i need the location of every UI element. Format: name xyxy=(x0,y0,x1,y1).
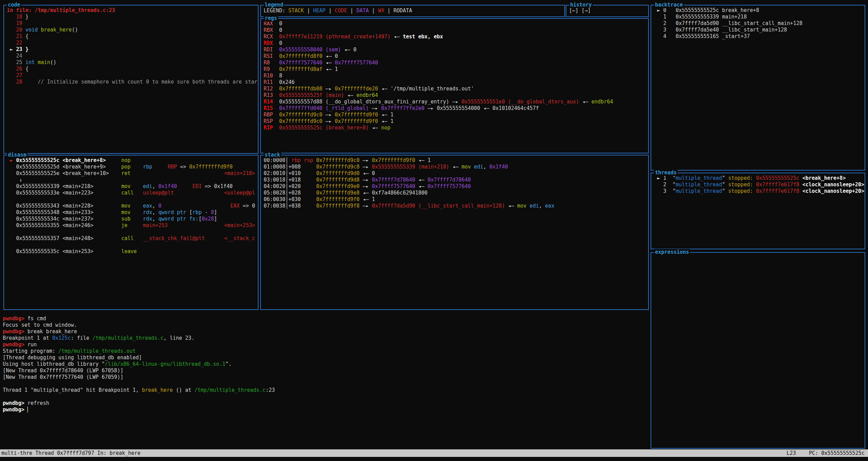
terminal-line: [New Thread 0x7ffff7d78640 (LWP 67058)] xyxy=(3,367,756,374)
gdb-terminal[interactable]: pwndbg> fs cmdFocus set to cmd window.pw… xyxy=(3,315,756,413)
source-line: 26 { xyxy=(7,66,255,72)
backtrace-row: 2 0x7ffff7da5d90 __libc_start_call_main+… xyxy=(654,20,862,27)
disasm-row xyxy=(7,196,255,203)
disasm-row: 0x555555555355 <main+246> je main+253<ma… xyxy=(7,222,255,229)
legend-line-wrap: LEGEND: STACK | HEAP | CODE | DATA | WX … xyxy=(264,8,562,14)
disasm-row xyxy=(7,242,255,248)
register-row: RCX 0x7ffff7e11219 (pthread_create+1497)… xyxy=(264,34,645,40)
disasm-row: 0x555555555348 <main+233> mov rdx, qword… xyxy=(7,209,255,216)
register-row: RBP 0x7fffffffd9c0 —▸ 0x7fffffffd9f0 ◂— … xyxy=(264,112,645,118)
legend-panel: legend LEGEND: STACK | HEAP | CODE | DAT… xyxy=(260,5,565,17)
register-row: R13 0x55555555525f (main) ◂— endbr64 xyxy=(264,92,645,99)
register-row: R8 0x7ffff7577640 ◂— 0x7ffff7577640 xyxy=(264,60,645,66)
terminal-line: pwndbg> break break_here xyxy=(3,328,756,335)
history-panel: history [←] [→] xyxy=(566,5,649,17)
terminal-line: Starting program: /tmp/multiple_threads.… xyxy=(3,348,756,354)
terminal-line: Thread 1 "multiple_thread" hit Breakpoin… xyxy=(3,387,756,394)
code-panel: code In file: /tmp/multiple_threads.c:23… xyxy=(3,5,259,154)
stack-row: 04:0020│+020 0x7fffffffd9e0 —▸ 0x7ffff75… xyxy=(264,183,645,190)
register-row: RDX 0 xyxy=(264,40,645,47)
register-rows: RAX 0RBX 0RCX 0x7ffff7e11219 (pthread_cr… xyxy=(264,21,645,131)
stack-panel-title: stack xyxy=(264,152,281,158)
register-row: RIP 0x55555555525c (break_here+8) ◂— nop xyxy=(264,125,645,131)
threads-panel-title: threads xyxy=(654,170,678,176)
disasm-row: 0x55555555535c <main+253> leave xyxy=(7,248,255,255)
disasm-row: 0x55555555533e <main+223> call usleep@pl… xyxy=(7,190,255,196)
threads-panel: threads ► 1 "multiple_thread" stopped: 0… xyxy=(651,173,865,249)
disasm-row: 0x555555555339 <main+218> mov edi, 0x1f4… xyxy=(7,183,255,190)
code-file-header: In file: /tmp/multiple_threads.c:23 xyxy=(7,7,115,14)
registers-panel-title: regs xyxy=(264,15,278,22)
backtrace-row: 1 0x555555555339 main+218 xyxy=(654,14,862,20)
register-row: R15 0x7ffff7ffd040 (_rtld_global) —▸ 0x7… xyxy=(264,105,645,112)
backtrace-panel: backtrace ► 0 0x55555555525c break_here+… xyxy=(651,5,865,171)
thread-row: 2 "multiple_thread" stopped: 0x7ffff7e61… xyxy=(654,182,862,188)
terminal-line: Breakpoint 1 at 0x125c: file /tmp/multip… xyxy=(3,335,756,341)
terminal-line: pwndbg> refresh xyxy=(3,400,756,407)
source-line: 22 xyxy=(7,40,255,46)
disasm-row: 0x55555555534c <main+237> sub rdx, qword… xyxy=(7,216,255,222)
disasm-row xyxy=(7,229,255,235)
backtrace-row: 4 0x555555555165 _start+37 xyxy=(654,33,862,40)
stack-panel: stack 00:0000│ rbp rsp 0x7fffffffd9c0 —▸… xyxy=(260,155,649,310)
source-line: 20 void break_here() xyxy=(7,27,255,33)
stack-row: 02:0010│+010 0x7fffffffd9d0 ◂— 0 xyxy=(264,170,645,177)
stack-row: 03:0018│+018 0x7fffffffd9d8 —▸ 0x7ffff7d… xyxy=(264,177,645,183)
status-bar: multi-thre Thread 0x7ffff7d797 In: break… xyxy=(0,449,868,457)
disasm-row: 0x55555555525d <break_here+9> pop rbp RB… xyxy=(7,164,255,170)
source-line: 25 int main() xyxy=(7,59,255,66)
expressions-panel-title: expressions xyxy=(654,249,690,256)
stack-row: 05:0028│+028 0x7fffffffd9e8 ◂— 0xf7a4866… xyxy=(264,190,645,196)
disassembly-panel: disasm ► 0x55555555525c <break_here+8> n… xyxy=(3,155,259,310)
terminal-line: [New Thread 0x7ffff7577640 (LWP 67059)] xyxy=(3,374,756,381)
terminal-line: pwndbg> fs cmd xyxy=(3,315,756,322)
terminal-line: Focus set to cmd window. xyxy=(3,322,756,328)
source-line: 21 { xyxy=(7,33,255,40)
stack-row: 07:0038│+038 0x7fffffffd9f8 —▸ 0x7ffff7d… xyxy=(264,203,645,209)
register-row: RAX 0 xyxy=(264,21,645,27)
register-row: R11 0x246 xyxy=(264,79,645,86)
stack-rows: 00:0000│ rbp rsp 0x7fffffffd9c0 —▸ 0x7ff… xyxy=(264,157,645,209)
thread-row: ► 1 "multiple_thread" stopped: 0x5555555… xyxy=(654,175,862,182)
register-row: RSP 0x7fffffffd9c0 —▸ 0x7fffffffd9f0 ◂— … xyxy=(264,118,645,125)
register-row: R10 8 xyxy=(264,73,645,79)
stack-row: 06:0030│+030 0x7fffffffd9f0 ◂— 1 xyxy=(264,196,645,203)
source-line: 18 } xyxy=(7,14,255,20)
history-next-button[interactable]: [→] xyxy=(581,8,591,14)
register-row: R12 0x7fffffffdb08 —▸ 0x7fffffffde20 ◂— … xyxy=(264,86,645,92)
backtrace-row: 3 0x7ffff7da5e40 __libc_start_main+128 xyxy=(654,27,862,33)
disasm-row: 0x555555555343 <main+228> mov eax, 0EAX … xyxy=(7,203,255,209)
status-pc: PC: 0x55555555525c xyxy=(809,450,865,457)
source-line: ► 23 } xyxy=(7,46,255,53)
terminal-line: [Thread debugging using libthread_db ena… xyxy=(3,354,756,361)
backtrace-panel-title: backtrace xyxy=(654,2,684,8)
terminal-line xyxy=(3,381,756,387)
source-line: 19 xyxy=(7,20,255,27)
register-row: R14 0x555555557d88 (__do_global_dtors_au… xyxy=(264,99,645,105)
history-prev-button[interactable]: [←] xyxy=(569,8,578,14)
source-line: 27 xyxy=(7,72,255,79)
backtrace-row: ► 0 0x55555555525c break_here+8 xyxy=(654,7,862,14)
disasm-rows: ► 0x55555555525c <break_here+8> nop 0x55… xyxy=(7,157,255,255)
terminal-lines: pwndbg> fs cmdFocus set to cmd window.pw… xyxy=(3,315,756,413)
terminal-line: pwndbg> run xyxy=(3,341,756,348)
thread-row: 3 "multiple_thread" stopped: 0x7ffff7e61… xyxy=(654,188,862,195)
legend-line: LEGEND: STACK | HEAP | CODE | DATA | WX … xyxy=(264,8,562,14)
history-panel-title: history xyxy=(569,2,593,8)
code-panel-title: code xyxy=(7,2,21,8)
stack-row: 00:0000│ rbp rsp 0x7fffffffd9c0 —▸ 0x7ff… xyxy=(264,157,645,164)
disassembly-panel-title: disasm xyxy=(7,152,27,158)
stack-row: 01:0008│+008 0x7fffffffd9c8 —▸ 0x5555555… xyxy=(264,164,645,170)
registers-panel: regs RAX 0RBX 0RCX 0x7ffff7e11219 (pthre… xyxy=(260,18,649,153)
source-line: 24 xyxy=(7,53,255,59)
terminal-line: Using host libthread_db library "/lib/x8… xyxy=(3,361,756,367)
terminal-line: pwndbg> ▏ xyxy=(3,407,756,413)
register-row: RSI 0x7fffffffd8f0 ◂— 0 xyxy=(264,53,645,60)
status-thread-info: multi-thre Thread 0x7ffff7d797 In: break… xyxy=(1,450,140,457)
disasm-row: 0x55555555525e <break_here+10> ret<main+… xyxy=(7,170,255,177)
disasm-row: 0x555555555357 <main+248> call __stack_c… xyxy=(7,235,255,242)
register-row: RBX 0 xyxy=(264,27,645,34)
backtrace-rows: ► 0 0x55555555525c break_here+8 1 0x5555… xyxy=(654,7,862,40)
status-line-number: L23 xyxy=(787,450,796,457)
disasm-row: ↓ xyxy=(7,177,255,183)
